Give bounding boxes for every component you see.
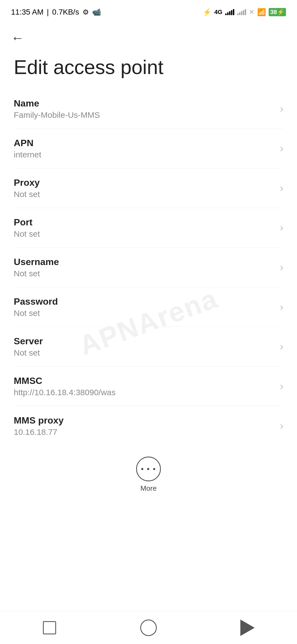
battery-indicator: 38 ⚡ (269, 8, 286, 16)
settings-item-content: PasswordNot set (14, 296, 274, 318)
settings-item[interactable]: ServerNot set› (14, 327, 283, 367)
home-circle-icon (140, 620, 157, 636)
settings-item-content: ServerNot set (14, 336, 274, 358)
chevron-right-icon: › (280, 381, 283, 392)
settings-item-label: MMSC (14, 375, 274, 386)
settings-item[interactable]: MMS proxy10.16.18.77› (14, 406, 283, 446)
settings-item-content: MMSChttp://10.16.18.4:38090/was (14, 375, 274, 397)
chevron-right-icon: › (280, 182, 283, 194)
settings-list: NameFamily-Mobile-Us-MMS›APNinternet›Pro… (0, 89, 297, 446)
chevron-right-icon: › (280, 103, 283, 115)
status-left: 11:35 AM | 0.7KB/s ⚙ 📹 (11, 8, 101, 17)
settings-item-content: NameFamily-Mobile-Us-MMS (14, 98, 274, 120)
wifi-icon: 📶 (257, 8, 266, 17)
settings-item[interactable]: PasswordNot set› (14, 287, 283, 327)
chevron-right-icon: › (280, 301, 283, 313)
settings-item-label: Username (14, 256, 274, 267)
settings-item[interactable]: PortNot set› (14, 208, 283, 248)
signal-4g-icon: 4G (214, 9, 222, 16)
settings-item[interactable]: NameFamily-Mobile-Us-MMS› (14, 89, 283, 129)
more-button[interactable]: • • • (136, 457, 161, 481)
status-bar: 11:35 AM | 0.7KB/s ⚙ 📹 ⚡ 4G (0, 0, 297, 22)
settings-item-value: http://10.16.18.4:38090/was (14, 388, 274, 397)
video-icon: 📹 (92, 8, 101, 17)
settings-item-value: Not set (14, 190, 274, 199)
settings-item[interactable]: APNinternet› (14, 129, 283, 168)
page-title: Edit access point (0, 51, 297, 89)
settings-item-value: Not set (14, 348, 274, 358)
chevron-right-icon: › (280, 341, 283, 353)
chevron-right-icon: › (280, 222, 283, 234)
settings-item-value: Not set (14, 309, 274, 318)
settings-item-content: PortNot set (14, 217, 274, 239)
settings-icon: ⚙ (82, 8, 89, 17)
more-label: More (140, 484, 156, 493)
nav-home-button[interactable] (132, 617, 165, 639)
settings-item-label: APN (14, 138, 274, 148)
settings-item-label: Name (14, 98, 274, 109)
network-speed: 0.7KB/s (52, 8, 79, 17)
more-dots-icon: • • • (141, 465, 156, 473)
signal-bars-2 (237, 9, 246, 15)
time-display: 11:35 AM (11, 8, 43, 17)
settings-item-content: APNinternet (14, 138, 274, 159)
settings-item-content: ProxyNot set (14, 177, 274, 199)
more-area[interactable]: • • • More (0, 446, 297, 498)
settings-item[interactable]: UsernameNot set› (14, 248, 283, 287)
bluetooth-icon: ⚡ (203, 8, 211, 17)
status-right: ⚡ 4G ✕ 📶 38 ⚡ (203, 8, 286, 17)
chevron-right-icon: › (280, 420, 283, 432)
chevron-right-icon: › (280, 143, 283, 154)
settings-item-value: 10.16.18.77 (14, 427, 274, 437)
settings-item-label: Password (14, 296, 274, 307)
nav-back-button[interactable] (231, 617, 264, 639)
signal-bars-1 (225, 9, 234, 15)
nav-bar (0, 611, 297, 644)
recents-square-icon (43, 621, 56, 634)
separator: | (47, 8, 49, 17)
settings-item-content: MMS proxy10.16.18.77 (14, 415, 274, 437)
settings-item-label: Proxy (14, 177, 274, 188)
settings-item[interactable]: MMSChttp://10.16.18.4:38090/was› (14, 367, 283, 406)
settings-item-value: Not set (14, 229, 274, 239)
settings-item[interactable]: ProxyNot set› (14, 168, 283, 208)
settings-item-value: Not set (14, 269, 274, 278)
settings-item-value: internet (14, 150, 274, 159)
no-signal-icon: ✕ (249, 8, 254, 16)
back-triangle-icon (240, 620, 255, 636)
settings-item-label: Server (14, 336, 274, 346)
settings-item-label: Port (14, 217, 274, 228)
settings-item-content: UsernameNot set (14, 256, 274, 278)
settings-item-label: MMS proxy (14, 415, 274, 426)
back-arrow-icon[interactable]: ← (11, 31, 24, 45)
settings-item-value: Family-Mobile-Us-MMS (14, 110, 274, 120)
chevron-right-icon: › (280, 262, 283, 273)
nav-recents-button[interactable] (33, 617, 66, 639)
back-button-area[interactable]: ← (0, 22, 297, 51)
